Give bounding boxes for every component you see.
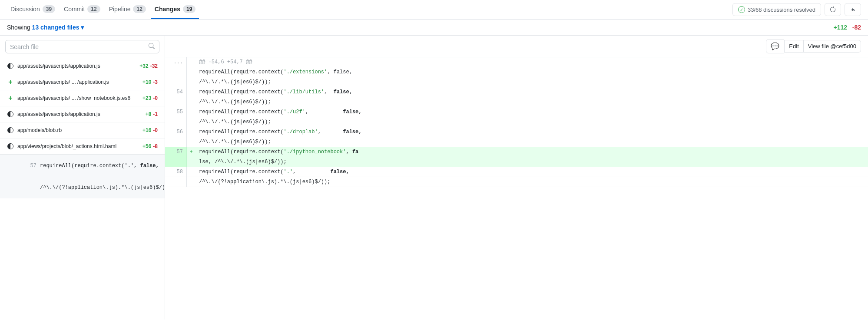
edit-button[interactable]: Edit xyxy=(784,40,803,53)
edit-label: Edit xyxy=(789,43,798,49)
file-changes: +8 -1 xyxy=(146,111,158,117)
tabs: Discussion 39 Commit 12 Pipeline 12 Chan… xyxy=(7,0,199,19)
diff-sign xyxy=(187,127,195,137)
tab-changes[interactable]: Changes 19 xyxy=(151,0,199,19)
diff-code: requireAll(require.context('.', false, xyxy=(195,167,868,177)
diff-sign xyxy=(187,77,195,87)
diff-sign-added: + xyxy=(187,147,195,157)
diff-row-added: 57 + requireAll(require.context('./ipyth… xyxy=(165,147,868,157)
preview-line-num: 57 xyxy=(30,163,36,169)
diff-line-num xyxy=(165,137,187,147)
diff-row: /^\.\/.*\.(js|es6)$/)); xyxy=(165,137,868,147)
main-content: app/assets/javascripts/application.js +3… xyxy=(0,36,868,320)
modified-icon xyxy=(7,143,14,150)
file-additions: +23 xyxy=(142,95,151,101)
deletions-count: -82 xyxy=(852,24,861,31)
diff-row: 56 requireAll(require.context('./droplab… xyxy=(165,127,868,137)
diff-row-added-cont: lse, /^\.\/.*\.(js|es6)$/)); xyxy=(165,157,868,167)
diff-line-num xyxy=(165,67,187,77)
diff-sign xyxy=(187,107,195,117)
list-item[interactable]: app/models/blob.rb +16 -0 xyxy=(0,122,165,138)
preview-line-2: /^\.\/(?!application\.js).*\.(js|es6)$/)… xyxy=(0,177,165,198)
diff-code: requireAll(require.context('./lib/utils'… xyxy=(195,87,868,97)
diff-line-num xyxy=(165,157,187,167)
search-icon xyxy=(149,43,155,50)
diff-line-num xyxy=(165,177,187,187)
search-box xyxy=(0,36,165,58)
file-name: app/assets/javascripts/ ... /show_notebo… xyxy=(17,95,130,101)
list-item[interactable]: app/views/projects/blob/_actions.html.ha… xyxy=(0,138,165,155)
diff-code: requireAll(require.context('./extensions… xyxy=(195,67,868,77)
diff-sign xyxy=(187,67,195,77)
tab-discussion[interactable]: Discussion 39 xyxy=(7,0,59,19)
diff-panel: 💬 Edit View file @cef5d00 ... @@ -54,6 +… xyxy=(165,36,868,320)
reply-icon xyxy=(849,6,856,13)
diff-sign xyxy=(187,87,195,97)
file-name: app/views/projects/blob/_actions.html.ha… xyxy=(17,143,116,149)
list-item[interactable]: app/assets/javascripts/application.js +3… xyxy=(0,58,165,74)
diff-row: /^\.\/(?!application\.js).*\.(js|es6)$/)… xyxy=(165,177,868,187)
file-additions: +32 xyxy=(139,63,148,69)
diff-sign xyxy=(187,117,195,127)
comment-icon: 💬 xyxy=(771,42,779,50)
file-changes: +32 -32 xyxy=(139,63,158,69)
file-preview-bottom: 57requireAll(require.context('.', false,… xyxy=(0,155,165,198)
search-input[interactable] xyxy=(10,43,149,50)
tab-commit[interactable]: Commit 12 xyxy=(60,0,104,19)
diff-row: 55 requireAll(require.context('./u2f', f… xyxy=(165,107,868,117)
diff-code: lse, /^\.\/.*\.(js|es6)$/)); xyxy=(195,157,868,167)
check-circle-icon: ✓ xyxy=(738,6,745,13)
added-icon: + xyxy=(7,79,14,86)
diff-code: /^\.\/.*\.(js|es6)$/)); xyxy=(195,97,868,107)
diff-code: /^\.\/(?!application\.js).*\.(js|es6)$/)… xyxy=(195,177,868,187)
tab-discussion-label: Discussion xyxy=(10,6,40,13)
diff-line-num xyxy=(165,117,187,127)
file-additions: +16 xyxy=(142,127,151,133)
diff-code: /^\.\/.*\.(js|es6)$/)); xyxy=(195,77,868,87)
file-tree-panel: app/assets/javascripts/application.js +3… xyxy=(0,36,165,320)
diff-line-num: 54 xyxy=(165,87,187,97)
list-item[interactable]: + app/assets/javascripts/ ... /show_note… xyxy=(0,90,165,106)
tab-bar-right: ✓ 33/68 discussions resolved xyxy=(732,3,861,16)
list-item[interactable]: + app/assets/javascripts/ ... /applicati… xyxy=(0,74,165,90)
diff-sign xyxy=(187,97,195,107)
diff-sign xyxy=(187,177,195,187)
diff-sign-blank xyxy=(187,57,195,67)
file-deletions: -32 xyxy=(150,63,158,69)
tab-pipeline[interactable]: Pipeline 12 xyxy=(106,0,149,19)
view-file-label: View file @cef5d00 xyxy=(808,43,856,49)
changed-files-link[interactable]: 13 changed files ▾ xyxy=(32,24,84,31)
diff-stats: +112 -82 xyxy=(834,24,861,31)
preview-code: requireAll(require.context('.', xyxy=(40,163,140,169)
tab-bar: Discussion 39 Commit 12 Pipeline 12 Chan… xyxy=(0,0,868,20)
diff-sign xyxy=(187,137,195,147)
diff-code: requireAll(require.context('./ipython_no… xyxy=(195,147,868,157)
diff-line-num: 57 xyxy=(165,147,187,157)
file-name: app/models/blob.rb xyxy=(17,127,62,133)
file-item-left: app/assets/javascripts/application.js xyxy=(7,111,146,118)
tab-changes-label: Changes xyxy=(155,6,180,13)
diff-code: /^\.\/.*\.(js|es6)$/)); xyxy=(195,117,868,127)
diff-line-num xyxy=(165,77,187,87)
reply-button[interactable] xyxy=(845,3,861,16)
diff-sign xyxy=(187,167,195,177)
file-additions: +8 xyxy=(146,111,152,117)
file-changes: +16 -0 xyxy=(142,127,158,133)
comment-button[interactable]: 💬 xyxy=(766,39,784,53)
refresh-button[interactable] xyxy=(825,3,841,16)
file-item-left: + app/assets/javascripts/ ... /show_note… xyxy=(7,95,142,102)
preview-line-num-blank xyxy=(30,185,36,191)
tab-discussion-badge: 39 xyxy=(43,5,55,13)
additions-count: +112 xyxy=(834,24,848,31)
tab-commit-label: Commit xyxy=(64,6,85,13)
diff-row: 58 requireAll(require.context('.', false… xyxy=(165,167,868,177)
hunk-label: @@ -54,6 +54,7 @@ xyxy=(199,59,252,65)
file-deletions: -1 xyxy=(153,111,158,117)
file-name: app/assets/javascripts/application.js xyxy=(17,111,100,117)
file-changes: +10 -3 xyxy=(142,79,158,85)
diff-row: /^\.\/.*\.(js|es6)$/)); xyxy=(165,97,868,107)
diff-line-num xyxy=(165,97,187,107)
view-file-button[interactable]: View file @cef5d00 xyxy=(804,40,861,53)
list-item[interactable]: app/assets/javascripts/application.js +8… xyxy=(0,106,165,122)
search-input-wrapper xyxy=(5,40,159,53)
